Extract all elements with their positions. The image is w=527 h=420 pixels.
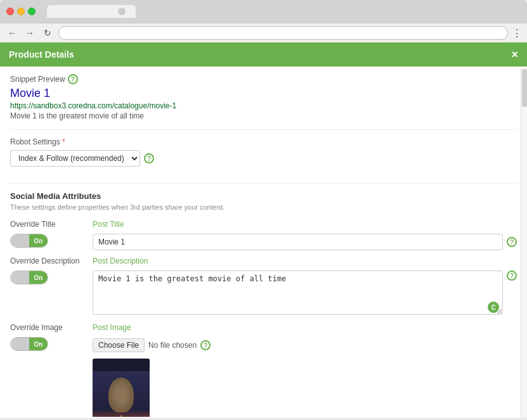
post-image-label: Post Image [93, 323, 517, 332]
no-file-label: No file chosen [148, 341, 197, 350]
browser-menu-button[interactable]: ⋮ [512, 27, 522, 39]
browser-content: Product Details × Snippet Preview ? Movi… [0, 42, 527, 418]
snippet-preview-label: Snippet Preview ? [10, 74, 517, 84]
tab-bar [47, 5, 521, 18]
toggle-on-part-2: On [29, 271, 48, 284]
divider-1 [10, 129, 517, 130]
choose-file-button[interactable]: Choose File [93, 338, 145, 352]
movie-poster: LEONARDO DICAPRIO SHUTTER ISLAND [93, 359, 150, 417]
override-title-toggle[interactable]: On [10, 234, 48, 248]
title-row: Override Title On Post Title ? [10, 220, 517, 250]
poster-face [93, 371, 150, 417]
override-description-label: Override Description [10, 257, 93, 265]
post-title-input[interactable] [93, 234, 503, 250]
panel-close-button[interactable]: × [511, 49, 518, 60]
title-bar [0, 0, 527, 23]
post-title-label: Post Title [93, 220, 517, 229]
toggle-on-part: On [29, 234, 48, 247]
post-title-input-row: ? [93, 234, 517, 250]
override-description-col: Override Description On [10, 257, 93, 284]
traffic-lights [6, 8, 36, 15]
maximize-button[interactable] [28, 8, 36, 15]
close-button[interactable] [6, 8, 14, 15]
panel-title: Product Details [9, 49, 74, 60]
panel-header: Product Details × [0, 42, 527, 67]
override-image-toggle[interactable]: On [10, 337, 48, 351]
poster-flame-inner [118, 414, 124, 417]
toggle-off-part-2 [11, 271, 29, 284]
minimize-button[interactable] [17, 8, 25, 15]
back-button[interactable]: ← [5, 26, 19, 40]
panel-body: Snippet Preview ? Movie 1 https://sandbo… [0, 67, 527, 417]
robot-settings-section: Robot Settings * Index & Follow (recomme… [10, 137, 517, 175]
scrollbar[interactable] [521, 68, 527, 418]
post-description-label: Post Description [93, 257, 517, 265]
toggle-off-part-3 [11, 338, 29, 350]
address-bar[interactable] [58, 26, 508, 40]
post-description-textarea[interactable]: Movie 1 is the greatest movie of all tim… [93, 270, 503, 315]
browser-chrome: ← → ↻ ⋮ [0, 0, 527, 42]
override-description-toggle[interactable]: On [10, 270, 48, 284]
toggle-on-part-3: On [29, 338, 48, 350]
social-media-section: Social Media Attributes These settings d… [10, 191, 517, 417]
textarea-copy-icon[interactable]: C [488, 302, 499, 313]
robot-settings-select-wrapper: Index & Follow (recommended) No Index, F… [10, 150, 154, 167]
required-marker: * [62, 137, 65, 146]
snippet-preview-help-icon[interactable]: ? [68, 74, 78, 84]
tab-close-icon[interactable] [118, 8, 126, 15]
browser-tab[interactable] [47, 5, 136, 18]
description-row: Override Description On Post Description… [10, 257, 517, 317]
scrollbar-thumb[interactable] [522, 69, 527, 107]
override-title-label: Override Title [10, 220, 93, 229]
post-description-help-icon[interactable]: ? [507, 270, 517, 281]
post-image-help-icon[interactable]: ? [200, 340, 211, 350]
social-media-note: These settings define properties when 3r… [10, 203, 517, 211]
snippet-title: Movie 1 [10, 87, 517, 100]
browser-toolbar: ← → ↻ ⋮ [0, 23, 527, 42]
post-image-input-row: Choose File No file chosen ? [93, 338, 517, 352]
snippet-preview-section: Snippet Preview ? Movie 1 https://sandbo… [10, 74, 517, 120]
refresh-button[interactable]: ↻ [41, 26, 55, 40]
robot-settings-help-icon[interactable]: ? [144, 153, 154, 163]
post-description-col: Post Description Movie 1 is the greatest… [93, 257, 517, 317]
override-title-col: Override Title On [10, 220, 93, 248]
image-row: Override Image On Post Image Choose File… [10, 323, 517, 352]
toggle-off-part [11, 234, 29, 247]
override-image-label: Override Image [10, 323, 93, 332]
post-image-col: Post Image Choose File No file chosen ? [93, 323, 517, 352]
forward-button[interactable]: → [23, 26, 37, 40]
robot-settings-select[interactable]: Index & Follow (recommended) No Index, F… [10, 150, 140, 167]
post-description-textarea-wrapper: Movie 1 is the greatest movie of all tim… [93, 270, 503, 317]
snippet-description: Movie 1 is the greatest movie of all tim… [10, 111, 517, 120]
post-title-col: Post Title ? [93, 220, 517, 250]
snippet-url: https://sandbox3.coredna.com/catalogue/m… [10, 101, 517, 110]
divider-2 [10, 183, 517, 184]
post-title-help-icon[interactable]: ? [507, 237, 517, 247]
override-image-col: Override Image On [10, 323, 93, 351]
social-media-title: Social Media Attributes [10, 191, 517, 201]
robot-settings-label: Robot Settings * [10, 137, 517, 146]
